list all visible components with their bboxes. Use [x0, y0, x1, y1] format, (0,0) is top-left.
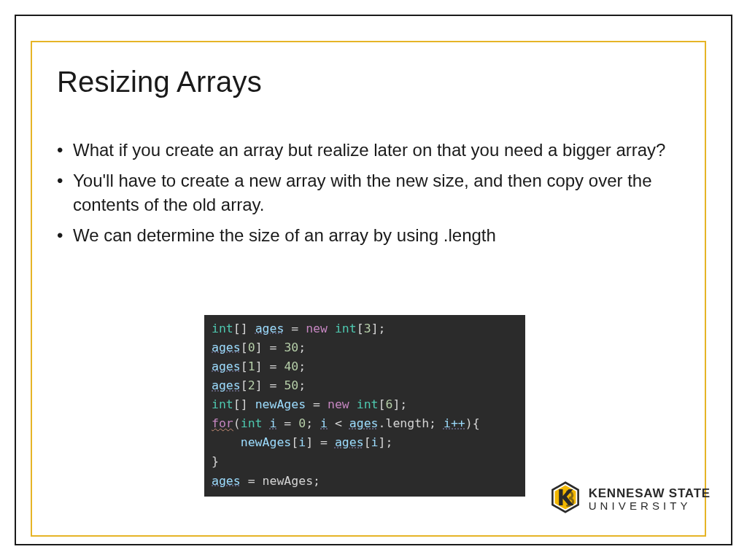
- code-token: ages: [212, 474, 241, 488]
- code-token: for: [212, 416, 233, 430]
- code-token: int: [212, 322, 233, 335]
- code-token: 0: [248, 341, 255, 354]
- code-token: ages: [335, 435, 364, 449]
- code-token: ages: [212, 341, 241, 354]
- code-token: 0: [298, 416, 306, 430]
- bullet-item: What if you create an array but realize …: [57, 139, 692, 162]
- code-token: []: [233, 322, 255, 335]
- code-token: 3: [364, 322, 371, 335]
- code-token: [: [241, 378, 248, 392]
- code-token: 50: [284, 378, 298, 392]
- code-token: ages: [349, 416, 379, 430]
- code-token: newAges: [212, 435, 291, 449]
- code-token: ){: [465, 416, 480, 430]
- bullet-item: We can determine the size of an array by…: [57, 224, 692, 247]
- code-token: i: [371, 435, 379, 449]
- code-token: =: [284, 322, 306, 335]
- code-token: ages: [255, 322, 285, 335]
- code-token: [: [379, 397, 386, 411]
- code-token: 40: [284, 359, 298, 373]
- code-token: ;: [298, 378, 306, 392]
- code-token: newAges: [255, 397, 306, 411]
- code-token: i++: [444, 416, 465, 430]
- code-token: ;: [306, 416, 320, 430]
- code-token: ages: [212, 378, 241, 392]
- code-token: 1: [248, 359, 255, 373]
- ks-mark-icon: [549, 481, 581, 516]
- code-token: ];: [379, 435, 393, 449]
- code-token: new: [328, 397, 349, 411]
- logo-text: KENNESAW STATE UNIVERSITY: [589, 487, 711, 511]
- code-token: new: [306, 322, 328, 335]
- code-token: .length;: [379, 416, 444, 430]
- bullet-list: What if you create an array but realize …: [57, 139, 692, 255]
- code-token: [: [241, 359, 248, 373]
- code-token: i: [270, 416, 277, 430]
- code-token: [328, 322, 335, 335]
- code-token: =: [276, 416, 298, 430]
- code-token: [: [364, 435, 371, 449]
- code-token: ];: [371, 322, 386, 335]
- code-token: 30: [284, 341, 298, 354]
- code-token: [263, 416, 270, 430]
- code-token: ages: [212, 359, 241, 373]
- code-token: ] =: [255, 359, 285, 373]
- code-block: int[] ages = new int[3]; ages[0] = 30; a…: [204, 315, 525, 497]
- code-token: 2: [248, 378, 255, 392]
- code-token: ;: [298, 359, 306, 373]
- slide: Resizing Arrays What if you create an ar…: [0, 0, 747, 560]
- bullet-item: You'll have to create a new array with t…: [57, 169, 692, 217]
- code-token: i: [298, 435, 306, 449]
- code-token: ;: [298, 341, 306, 354]
- code-token: = newAges;: [241, 474, 320, 488]
- code-token: [349, 397, 357, 411]
- logo-line1: KENNESAW STATE: [589, 487, 711, 499]
- code-token: ];: [392, 397, 407, 411]
- code-token: ] =: [306, 435, 335, 449]
- code-token: [: [357, 322, 364, 335]
- code-token: (: [233, 416, 241, 430]
- university-logo: KENNESAW STATE UNIVERSITY: [549, 481, 711, 516]
- code-token: int: [335, 322, 357, 335]
- logo-line2: UNIVERSITY: [589, 500, 711, 511]
- code-token: [: [291, 435, 298, 449]
- code-token: i: [320, 416, 328, 430]
- code-token: 6: [385, 397, 392, 411]
- code-token: [: [241, 341, 248, 354]
- slide-title: Resizing Arrays: [57, 66, 262, 98]
- code-token: ] =: [255, 341, 285, 354]
- code-token: ] =: [255, 378, 285, 392]
- code-token: []: [233, 397, 255, 411]
- code-token: int: [357, 397, 379, 411]
- code-token: }: [212, 454, 219, 468]
- code-token: int: [241, 416, 263, 430]
- code-token: =: [306, 397, 328, 411]
- code-token: <: [328, 416, 349, 430]
- code-token: int: [212, 397, 233, 411]
